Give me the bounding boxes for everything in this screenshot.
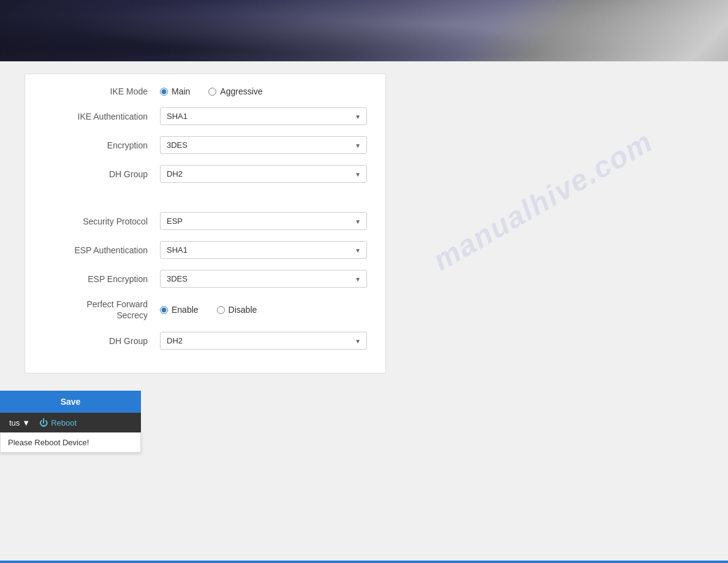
esp-encryption-control: 3DES AES-128 AES-256 DES	[160, 270, 367, 288]
save-btn-container: Save	[0, 391, 141, 413]
pfs-radio-group: Enable Disable	[160, 305, 367, 315]
form-container: IKE Mode Main Aggressive IKE Authenticat…	[25, 74, 386, 373]
reboot-button[interactable]: ⏻ Reboot	[39, 418, 77, 427]
ike-mode-aggressive-radio[interactable]	[208, 88, 216, 96]
security-protocol-select-wrapper: ESP AH	[160, 212, 367, 230]
pfs-row: Perfect ForwardSecrecy Enable Disable	[44, 299, 367, 321]
dh-group2-select-wrapper: DH2 DH5 DH14	[160, 332, 367, 350]
pfs-disable-radio[interactable]	[217, 306, 225, 314]
esp-auth-label: ESP Authentication	[44, 245, 160, 255]
ike-mode-main-option[interactable]: Main	[160, 86, 190, 96]
security-protocol-label: Security Protocol	[44, 216, 160, 226]
reboot-label: Reboot	[51, 418, 77, 427]
esp-encryption-select-wrapper: 3DES AES-128 AES-256 DES	[160, 270, 367, 288]
reboot-tooltip: Please Reboot Device!	[0, 432, 141, 453]
security-protocol-select[interactable]: ESP AH	[160, 212, 367, 230]
dh-group2-select[interactable]: DH2 DH5 DH14	[160, 332, 367, 350]
security-protocol-control: ESP AH	[160, 212, 367, 230]
bottom-border	[0, 561, 728, 563]
dh-group-row: DH Group DH2 DH5 DH14	[44, 165, 367, 183]
encryption-row: Encryption 3DES AES-128 AES-256 DES	[44, 136, 367, 154]
ike-mode-main-label: Main	[172, 86, 190, 96]
pfs-enable-label: Enable	[172, 305, 199, 315]
esp-encryption-label: ESP Encryption	[44, 274, 160, 284]
bottom-toolbar: Save tus ▼ ⏻ Reboot Please Reboot Device…	[0, 391, 141, 453]
esp-encryption-row: ESP Encryption 3DES AES-128 AES-256 DES	[44, 270, 367, 288]
ike-mode-radio-group: Main Aggressive	[160, 86, 367, 96]
pfs-disable-label: Disable	[229, 305, 257, 315]
reboot-power-icon: ⏻	[39, 418, 48, 427]
ike-mode-control: Main Aggressive	[160, 86, 367, 96]
esp-encryption-select[interactable]: 3DES AES-128 AES-256 DES	[160, 270, 367, 288]
security-protocol-row: Security Protocol ESP AH	[44, 212, 367, 230]
pfs-enable-radio[interactable]	[160, 306, 168, 314]
toolbar-bar: tus ▼ ⏻ Reboot	[0, 413, 141, 432]
ike-mode-aggressive-label: Aggressive	[220, 86, 262, 96]
ike-mode-row: IKE Mode Main Aggressive	[44, 86, 367, 96]
pfs-control: Enable Disable	[160, 305, 367, 315]
ike-auth-row: IKE Authentication SHA1 MD5 SHA256	[44, 107, 367, 125]
status-label: tus	[9, 418, 20, 427]
main-content: manualhive.com IKE Mode Main Aggressive	[0, 61, 728, 386]
encryption-select-wrapper: 3DES AES-128 AES-256 DES	[160, 136, 367, 154]
ike-mode-main-radio[interactable]	[160, 88, 168, 96]
dh-group-control: DH2 DH5 DH14	[160, 165, 367, 183]
header-banner	[0, 0, 728, 61]
section-spacer	[44, 194, 367, 212]
ike-auth-select-wrapper: SHA1 MD5 SHA256	[160, 107, 367, 125]
ike-auth-label: IKE Authentication	[44, 112, 160, 121]
esp-auth-row: ESP Authentication SHA1 MD5 SHA256	[44, 241, 367, 259]
pfs-enable-option[interactable]: Enable	[160, 305, 199, 315]
dh-group2-control: DH2 DH5 DH14	[160, 332, 367, 350]
esp-auth-select-wrapper: SHA1 MD5 SHA256	[160, 241, 367, 259]
esp-auth-select[interactable]: SHA1 MD5 SHA256	[160, 241, 367, 259]
dh-group-label: DH Group	[44, 169, 160, 179]
encryption-control: 3DES AES-128 AES-256 DES	[160, 136, 367, 154]
esp-auth-control: SHA1 MD5 SHA256	[160, 241, 367, 259]
pfs-label: Perfect ForwardSecrecy	[44, 299, 160, 321]
ike-auth-select[interactable]: SHA1 MD5 SHA256	[160, 107, 367, 125]
save-button[interactable]: Save	[0, 391, 141, 413]
status-dropdown-icon: ▼	[22, 418, 30, 427]
ike-auth-control: SHA1 MD5 SHA256	[160, 107, 367, 125]
ike-mode-aggressive-option[interactable]: Aggressive	[208, 86, 262, 96]
status-dropdown[interactable]: tus ▼	[9, 418, 30, 427]
dh-group2-label: DH Group	[44, 336, 160, 346]
ike-mode-label: IKE Mode	[44, 86, 160, 96]
dh-group-select[interactable]: DH2 DH5 DH14	[160, 165, 367, 183]
encryption-select[interactable]: 3DES AES-128 AES-256 DES	[160, 136, 367, 154]
dh-group2-row: DH Group DH2 DH5 DH14	[44, 332, 367, 350]
pfs-disable-option[interactable]: Disable	[217, 305, 257, 315]
watermark: manualhive.com	[427, 124, 658, 278]
dh-group-select-wrapper: DH2 DH5 DH14	[160, 165, 367, 183]
encryption-label: Encryption	[44, 140, 160, 150]
